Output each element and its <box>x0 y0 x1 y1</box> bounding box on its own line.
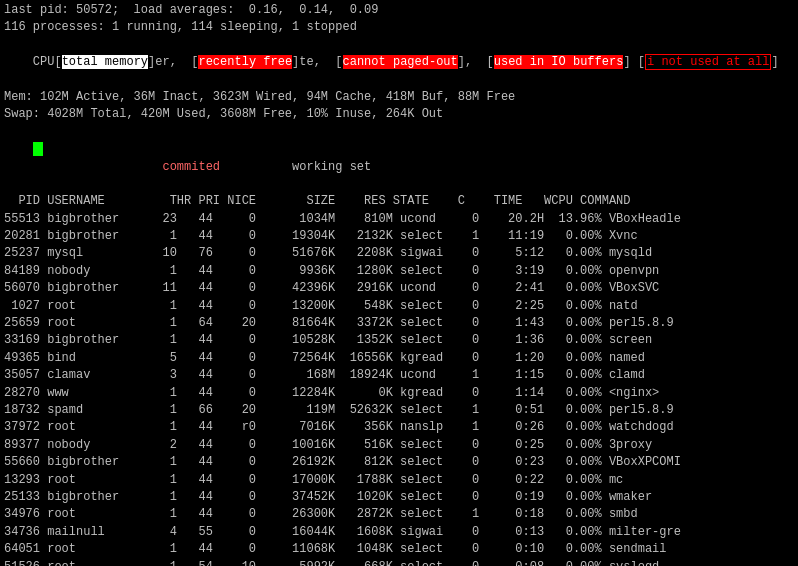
total-memory-highlight: total memory <box>62 55 148 69</box>
table-row: 55660 bigbrother 1 44 0 26192K 812K sele… <box>4 454 794 471</box>
cpu-mid2: ]te, [ <box>292 55 342 69</box>
green-block <box>33 142 43 156</box>
table-row: 20281 bigbrother 1 44 0 19304K 2132K sel… <box>4 228 794 245</box>
table-row: 25237 mysql 10 76 0 51676K 2208K sigwai … <box>4 245 794 262</box>
working-label: working set <box>292 160 371 174</box>
cpu-mid4: ] [ <box>623 55 645 69</box>
line1: last pid: 50572; load averages: 0.16, 0.… <box>4 2 794 19</box>
cpu-mid1: ]er, [ <box>148 55 198 69</box>
table-row: 35057 clamav 3 44 0 168M 18924K ucond 1 … <box>4 367 794 384</box>
cpu-line: CPU[total memory]er, [recently free]te, … <box>4 37 794 89</box>
spacer <box>33 160 163 174</box>
used-io-highlight: used in IO buffers <box>494 55 624 69</box>
table-row: 33169 bigbrother 1 44 0 10528K 1352K sel… <box>4 332 794 349</box>
column-headers: PID USERNAME THR PRI NICE SIZE RES STATE… <box>4 193 794 210</box>
spacer2 <box>220 160 292 174</box>
table-row: 34976 root 1 44 0 26300K 2872K select 1 … <box>4 506 794 523</box>
table-row: 49365 bind 5 44 0 72564K 16556K kgread 0… <box>4 350 794 367</box>
cpu-end: ] <box>771 55 778 69</box>
not-used-highlight: i not used at all <box>645 54 771 70</box>
green-indicator-line: commited working set <box>4 124 794 194</box>
swap-line: Swap: 4028M Total, 420M Used, 3608M Free… <box>4 106 794 123</box>
table-row: 84189 nobody 1 44 0 9936K 1280K select 0… <box>4 263 794 280</box>
table-row: 56070 bigbrother 11 44 0 42396K 2916K uc… <box>4 280 794 297</box>
commited-label: commited <box>162 160 220 174</box>
mem-line: Mem: 102M Active, 36M Inact, 3623M Wired… <box>4 89 794 106</box>
recently-free-highlight: recently free <box>198 55 292 69</box>
table-row: 64051 root 1 44 0 11068K 1048K select 0 … <box>4 541 794 558</box>
table-row: 25133 bigbrother 1 44 0 37452K 1020K sel… <box>4 489 794 506</box>
cpu-mid3: ], [ <box>458 55 494 69</box>
cpu-label: CPU[ <box>33 55 62 69</box>
terminal-output: last pid: 50572; load averages: 0.16, 0.… <box>4 2 794 566</box>
process-table: 55513 bigbrother 23 44 0 1034M 810M ucon… <box>4 211 794 566</box>
table-row: 89377 nobody 2 44 0 10016K 516K select 0… <box>4 437 794 454</box>
table-row: 51526 root 1 54 10 5992K 668K select 0 0… <box>4 559 794 567</box>
line2: 116 processes: 1 running, 114 sleeping, … <box>4 19 794 36</box>
table-row: 34736 mailnull 4 55 0 16044K 1608K sigwa… <box>4 524 794 541</box>
table-row: 55513 bigbrother 23 44 0 1034M 810M ucon… <box>4 211 794 228</box>
cannot-paged-highlight: cannot paged-out <box>343 55 458 69</box>
table-row: 28270 www 1 44 0 12284K 0K kgread 0 1:14… <box>4 385 794 402</box>
table-row: 1027 root 1 44 0 13200K 548K select 0 2:… <box>4 298 794 315</box>
table-row: 25659 root 1 64 20 81664K 3372K select 0… <box>4 315 794 332</box>
table-row: 13293 root 1 44 0 17000K 1788K select 0 … <box>4 472 794 489</box>
table-row: 18732 spamd 1 66 20 119M 52632K select 1… <box>4 402 794 419</box>
table-row: 37972 root 1 44 r0 7016K 356K nanslp 1 0… <box>4 419 794 436</box>
